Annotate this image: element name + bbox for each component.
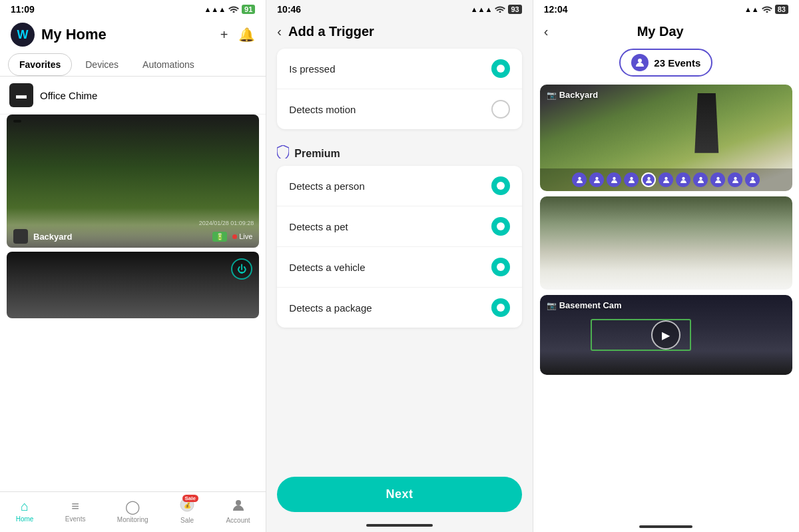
trigger-is-pressed[interactable]: Is pressed: [277, 49, 521, 89]
nav-label-sale: Sale: [180, 517, 194, 524]
person-thumb-11[interactable]: [745, 172, 760, 187]
battery-icon-cam: 🔋: [212, 232, 227, 242]
page-title-3: My Day: [555, 24, 766, 39]
trigger-detects-pet[interactable]: Detects a pet: [277, 206, 521, 247]
person-thumb-4[interactable]: [624, 172, 639, 187]
next-button[interactable]: Next: [277, 477, 521, 512]
toggle-package[interactable]: [491, 298, 510, 317]
device-row-office-chime[interactable]: ▬ Office Chime: [0, 77, 266, 115]
backyard-label: 📷 Backyard: [547, 90, 599, 100]
wifi-icon-3: [762, 5, 772, 14]
basement-label: 📷 Basement Cam: [547, 300, 622, 310]
trigger-label-person: Detects a person: [289, 180, 364, 192]
cam-card-basement[interactable]: 📷 Basement Cam ▶: [540, 295, 792, 375]
svg-point-11: [699, 176, 702, 179]
trigger-detects-vehicle[interactable]: Detects a vehicle: [277, 247, 521, 288]
sale-badge: Sale: [182, 495, 198, 502]
cam-card-fog[interactable]: [540, 196, 792, 290]
nav-item-account[interactable]: Account: [226, 497, 250, 524]
p3-header: ‹ My Day: [533, 17, 799, 46]
time-3: 12:04: [544, 4, 568, 15]
shield-icon: [277, 145, 289, 162]
cam-img-fog: [540, 196, 792, 290]
back-button-3[interactable]: ‹: [544, 24, 549, 39]
toggle-motion[interactable]: [491, 100, 510, 119]
events-pill-container: 23 Events: [533, 46, 799, 85]
home-indicator-2: [366, 524, 433, 527]
tab-devices[interactable]: Devices: [75, 53, 129, 76]
person-silhouette: [692, 93, 722, 153]
power-button[interactable]: ⏻: [231, 258, 252, 280]
cam-card-backyard[interactable]: 📷 Backyard: [540, 85, 792, 191]
premium-header: Premium: [266, 137, 532, 166]
status-bar-3: 12:04 ▲▲ 83: [533, 0, 799, 17]
device-icon: ▬: [9, 83, 33, 107]
battery-3: 83: [775, 5, 788, 14]
bottom-nav: ⌂ Home ≡ Events ◯ Monitoring 💰 Sale Sale…: [0, 491, 266, 532]
nav-item-events[interactable]: ≡ Events: [65, 499, 86, 523]
time-1: 11:09: [11, 4, 35, 15]
svg-point-10: [682, 176, 684, 179]
nav-item-monitoring[interactable]: ◯ Monitoring: [117, 499, 148, 523]
toggle-pet[interactable]: [491, 217, 510, 236]
svg-point-13: [734, 176, 736, 179]
nav-item-sale[interactable]: 💰 Sale Sale: [180, 497, 194, 524]
events-count: 23 Events: [654, 57, 700, 69]
person-thumb-9[interactable]: [710, 172, 725, 187]
device-name: Office Chime: [40, 90, 97, 101]
trigger-label-pet: Detects a pet: [289, 221, 348, 232]
status-bar-2: 10:46 ▲▲▲ 93: [266, 0, 532, 17]
signal-icon-3: ▲▲: [744, 5, 759, 13]
person-thumb-7[interactable]: [676, 172, 690, 187]
tab-favorites[interactable]: Favorites: [8, 53, 72, 76]
person-thumb-2[interactable]: [589, 172, 604, 187]
account-icon: [231, 497, 246, 515]
cam-thumb-icon: [13, 229, 28, 244]
camera-icon-basement: 📷: [547, 301, 557, 310]
person-thumb-8[interactable]: [693, 172, 708, 187]
cam-img-backyard: 📷 Backyard: [540, 85, 792, 191]
wifi-icon-2: [495, 5, 505, 14]
trigger-label-pressed: Is pressed: [289, 63, 335, 75]
notification-bell[interactable]: 🔔: [238, 27, 255, 43]
cam-name-label-backyard: Backyard: [559, 90, 599, 100]
person-thumb-10[interactable]: [728, 172, 742, 187]
page-title-2: Add a Trigger: [288, 24, 374, 39]
events-person-icon: [631, 54, 649, 71]
battery-1: 91: [242, 5, 255, 14]
signal-icon-2: ▲▲▲: [471, 5, 493, 13]
panel-my-day: 12:04 ▲▲ 83 ‹ My Day 23 Events: [533, 0, 799, 532]
person-thumb-1[interactable]: [572, 172, 587, 187]
person-thumb-6[interactable]: [659, 172, 673, 187]
back-button-2[interactable]: ‹: [277, 24, 282, 39]
status-icons-2: ▲▲▲ 93: [471, 5, 522, 14]
camera-feed-2[interactable]: ⏻: [7, 252, 259, 318]
detection-box: [591, 319, 692, 351]
tab-automations[interactable]: Automations: [132, 53, 205, 76]
svg-point-2: [236, 500, 241, 505]
toggle-person[interactable]: [491, 176, 510, 195]
premium-triggers-section: Detects a person Detects a pet Detects a…: [277, 166, 521, 328]
add-button[interactable]: +: [220, 27, 228, 43]
monitoring-icon: ◯: [125, 499, 140, 515]
toggle-vehicle[interactable]: [491, 258, 510, 276]
trigger-detects-package[interactable]: Detects a package: [277, 288, 521, 328]
person-icons-row: [540, 168, 792, 191]
svg-point-8: [647, 176, 650, 179]
status-bar-1: 11:09 ▲▲▲ 91: [0, 0, 266, 17]
nav-label-account: Account: [226, 517, 250, 524]
person-thumb-3[interactable]: [607, 172, 621, 187]
camera-feed-backyard[interactable]: 2024/01/28 01:09:28 Backyard 🔋 Live: [7, 115, 259, 248]
svg-point-6: [613, 176, 615, 179]
time-2: 10:46: [277, 4, 301, 15]
nav-item-home[interactable]: ⌂ Home: [16, 499, 34, 523]
p2-header: ‹ Add a Trigger: [266, 17, 532, 49]
events-pill[interactable]: 23 Events: [619, 49, 712, 77]
toggle-pressed[interactable]: [491, 59, 510, 78]
trigger-label-motion: Detects motion: [289, 104, 356, 115]
trigger-detects-motion[interactable]: Detects motion: [277, 89, 521, 129]
person-thumb-5-active[interactable]: [641, 172, 656, 187]
panel-my-home: 11:09 ▲▲▲ 91 W My Home + 🔔 Favorites Dev…: [0, 0, 266, 532]
nav-label-monitoring: Monitoring: [117, 516, 148, 523]
trigger-detects-person[interactable]: Detects a person: [277, 166, 521, 206]
